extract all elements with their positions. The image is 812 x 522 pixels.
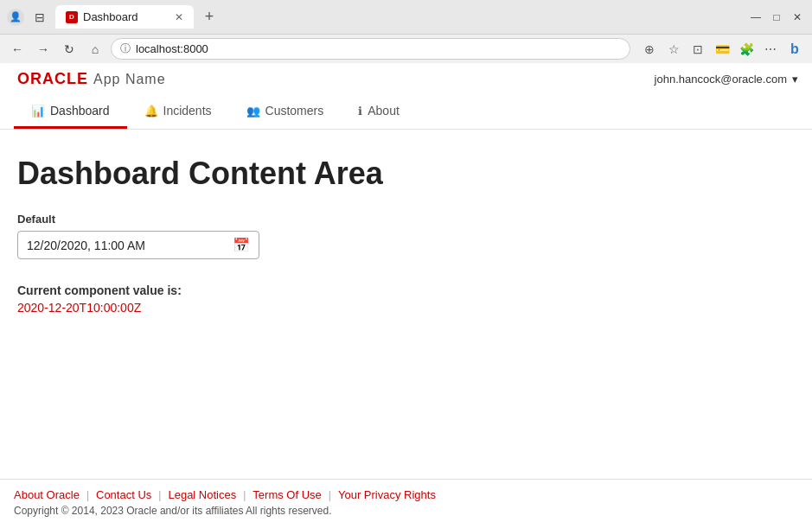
footer-copyright: Copyright © 2014, 2023 Oracle and/or its… (14, 505, 798, 517)
oracle-wordmark: ORACLE (17, 70, 88, 87)
toolbar-right: ⊕ ☆ ⊡ 💳 🧩 ⋯ b (639, 39, 805, 60)
home-button[interactable]: ⌂ (85, 39, 105, 60)
close-button[interactable]: ✕ (790, 10, 805, 25)
favorites-icon[interactable]: ☆ (663, 39, 684, 60)
footer-link-terms[interactable]: Terms Of Use (246, 488, 328, 501)
tab-title: Dashboard (83, 10, 169, 23)
address-input-wrap: ⓘ (111, 38, 630, 60)
tab-dashboard-label: Dashboard (50, 104, 110, 118)
tab-incidents[interactable]: 🔔 Incidents (127, 95, 229, 129)
sidebar-toggle-icon[interactable]: ⊟ (29, 7, 50, 28)
split-screen-icon[interactable]: ⊡ (687, 39, 708, 60)
field-label: Default (17, 213, 795, 226)
app-footer: About Oracle | Contact Us | Legal Notice… (0, 479, 812, 522)
app-header: ORACLEApp Name john.hancock@oracle.com ▾… (0, 63, 812, 130)
page-title: Dashboard Content Area (17, 156, 795, 192)
extensions-icon[interactable]: 🧩 (736, 39, 757, 60)
footer-links: About Oracle | Contact Us | Legal Notice… (14, 488, 798, 501)
profile-icon: 👤 (7, 9, 24, 26)
about-icon: ℹ (358, 105, 362, 118)
tab-dashboard[interactable]: 📊 Dashboard (14, 95, 127, 129)
tab-incidents-label: Incidents (163, 104, 212, 118)
oracle-logo-text: ORACLEApp Name (14, 70, 166, 88)
tab-about[interactable]: ℹ About (341, 95, 417, 129)
component-value: 2020-12-20T10:00:00Z (17, 301, 795, 315)
maximize-button[interactable]: □ (769, 10, 784, 25)
datetime-value: 12/20/2020, 11:00 AM (27, 239, 226, 252)
component-value-label: Current component value is: (17, 283, 795, 297)
dashboard-icon: 📊 (31, 105, 45, 118)
browser-chrome: 👤 ⊟ D Dashboard ✕ + — □ ✕ ← → ↻ ⌂ ⓘ ⊕ ☆ … (0, 0, 812, 63)
tab-customers[interactable]: 👥 Customers (229, 95, 342, 129)
user-email: john.hancock@oracle.com (655, 73, 787, 86)
refresh-button[interactable]: ↻ (59, 39, 80, 60)
title-bar: 👤 ⊟ D Dashboard ✕ + — □ ✕ (0, 0, 812, 34)
nav-tabs: 📊 Dashboard 🔔 Incidents 👥 Customers ℹ Ab… (0, 95, 812, 129)
new-tab-button[interactable]: + (199, 7, 220, 28)
tab-favicon: D (66, 11, 78, 23)
back-button[interactable]: ← (7, 39, 28, 60)
calendar-icon[interactable]: 📅 (233, 237, 250, 253)
oracle-logo: ORACLEApp Name (14, 70, 166, 88)
tab-customers-label: Customers (265, 104, 324, 118)
app-name: App Name (93, 72, 166, 86)
browser-tab[interactable]: D Dashboard ✕ (55, 5, 194, 29)
dropdown-icon: ▾ (792, 73, 798, 86)
address-input[interactable] (136, 42, 621, 55)
incidents-icon: 🔔 (144, 105, 158, 118)
user-info[interactable]: john.hancock@oracle.com ▾ (655, 73, 798, 86)
footer-link-contact-us[interactable]: Contact Us (89, 488, 158, 501)
app-top: ORACLEApp Name john.hancock@oracle.com ▾ (0, 63, 812, 95)
main-content: Dashboard Content Area Default 12/20/202… (0, 130, 812, 479)
address-bar: ← → ↻ ⌂ ⓘ ⊕ ☆ ⊡ 💳 🧩 ⋯ b (0, 34, 812, 63)
datetime-input[interactable]: 12/20/2020, 11:00 AM 📅 (17, 231, 259, 259)
close-tab-button[interactable]: ✕ (175, 11, 183, 23)
translate-icon[interactable]: ⊕ (639, 39, 660, 60)
bing-icon[interactable]: b (784, 39, 805, 60)
info-icon: ⓘ (120, 41, 131, 56)
app-wrapper: ORACLEApp Name john.hancock@oracle.com ▾… (0, 63, 812, 522)
footer-link-privacy[interactable]: Your Privacy Rights (331, 488, 443, 501)
wallet-icon[interactable]: 💳 (712, 39, 732, 60)
tab-about-label: About (368, 104, 400, 118)
footer-link-legal-notices[interactable]: Legal Notices (161, 488, 243, 501)
more-icon[interactable]: ⋯ (760, 39, 781, 60)
footer-link-about-oracle[interactable]: About Oracle (14, 488, 86, 501)
customers-icon: 👥 (246, 105, 260, 118)
minimize-button[interactable]: — (748, 10, 764, 25)
forward-button[interactable]: → (33, 39, 54, 60)
